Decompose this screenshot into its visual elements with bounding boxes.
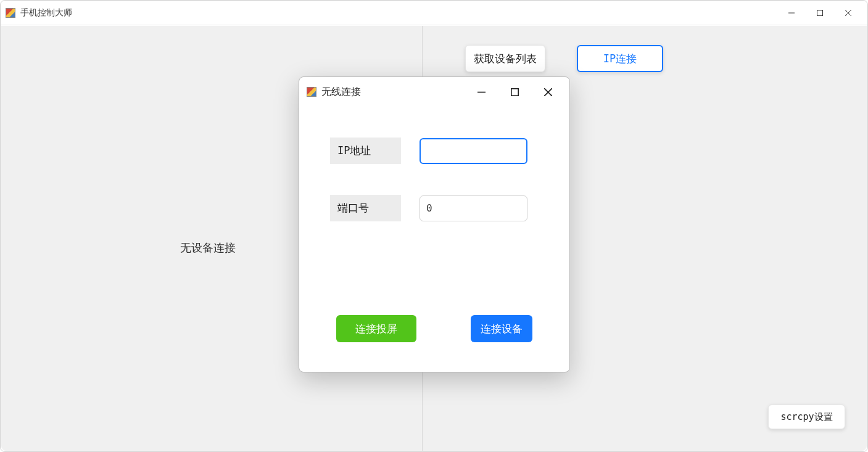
no-device-label: 无设备连接 [180, 240, 236, 255]
ip-connect-label: IP连接 [603, 52, 637, 66]
close-button[interactable] [834, 3, 862, 23]
minimize-icon [477, 88, 486, 96]
svg-rect-5 [511, 88, 518, 95]
dialog-minimize-button[interactable] [471, 83, 492, 101]
dialog-controls [471, 83, 562, 101]
svg-rect-1 [817, 10, 823, 15]
connect-cast-button[interactable]: 连接投屏 [336, 315, 416, 342]
main-titlebar: 手机控制大师 [1, 1, 867, 25]
connect-device-label: 连接设备 [481, 322, 523, 336]
dialog-buttons: 连接投屏 连接设备 [336, 315, 532, 342]
get-devices-button[interactable]: 获取设备列表 [465, 45, 545, 72]
minimize-icon [788, 10, 795, 16]
minimize-button[interactable] [777, 3, 806, 23]
port-label: 端口号 [330, 195, 401, 221]
main-window-title: 手机控制大师 [20, 7, 72, 18]
connect-cast-label: 连接投屏 [355, 322, 397, 336]
scrcpy-settings-button[interactable]: scrcpy设置 [768, 405, 845, 429]
dialog-titlebar: 无线连接 [299, 77, 569, 107]
get-devices-label: 获取设备列表 [474, 52, 537, 66]
app-icon [6, 8, 15, 18]
maximize-icon [817, 10, 823, 16]
dialog-body: IP地址 端口号 连接投屏 连接设备 [299, 107, 569, 372]
dialog-app-icon [307, 87, 316, 97]
ip-connect-button[interactable]: IP连接 [577, 45, 663, 72]
maximize-icon [511, 88, 519, 96]
ip-address-label: IP地址 [330, 138, 401, 164]
connect-device-button[interactable]: 连接设备 [471, 315, 532, 342]
ip-address-input[interactable] [420, 138, 527, 164]
scrcpy-settings-label: scrcpy设置 [780, 411, 832, 423]
port-input[interactable] [420, 195, 527, 221]
wireless-connect-dialog: 无线连接 IP地址 端口号 连接投屏 [299, 76, 570, 372]
main-window-controls [777, 3, 862, 23]
dialog-maximize-button[interactable] [504, 83, 525, 101]
port-row: 端口号 [330, 195, 545, 221]
dialog-close-button[interactable] [537, 83, 558, 101]
close-icon [845, 10, 851, 16]
close-icon [544, 88, 552, 96]
maximize-button[interactable] [806, 3, 834, 23]
dialog-title: 无线连接 [321, 86, 361, 99]
ip-address-row: IP地址 [330, 138, 545, 164]
